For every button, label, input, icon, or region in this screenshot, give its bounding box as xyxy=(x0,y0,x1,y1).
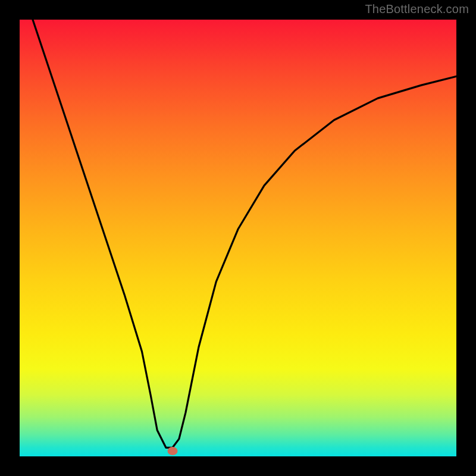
minimum-marker xyxy=(167,447,177,455)
watermark-text: TheBottleneck.com xyxy=(365,2,469,16)
chart-frame: TheBottleneck.com xyxy=(0,0,476,476)
bottleneck-curve xyxy=(33,20,456,447)
curve-svg xyxy=(20,20,456,456)
plot-area xyxy=(20,20,456,456)
